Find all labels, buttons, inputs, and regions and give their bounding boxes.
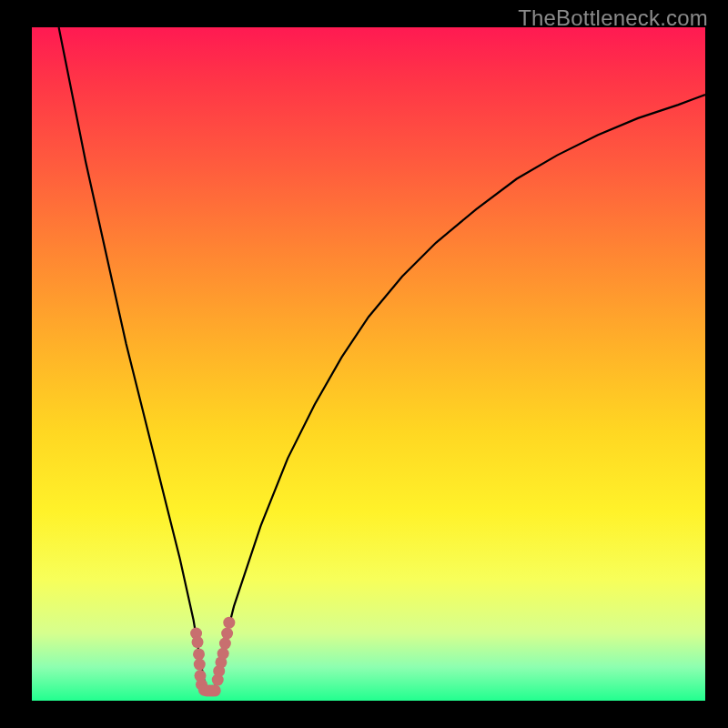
plot-area [32,27,705,701]
marker-dot [194,659,206,671]
marker-dot [209,684,221,696]
marker-dot [192,636,204,648]
marker-dot [223,617,235,629]
marker-dot [217,648,229,660]
marker-dot [193,648,205,660]
marker-dot [219,638,231,650]
bottleneck-curve [59,27,705,694]
curve-svg [32,27,705,701]
marker-dot [221,628,233,640]
watermark-text: TheBottleneck.com [518,5,708,31]
chart-frame: TheBottleneck.com [0,0,728,728]
near-zero-markers [190,617,235,697]
